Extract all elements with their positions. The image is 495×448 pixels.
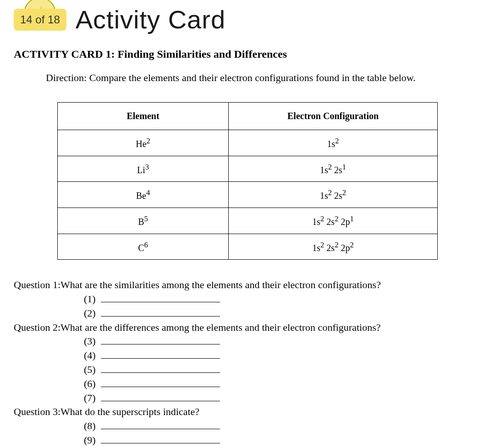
q3-label: Question 3: [14, 405, 60, 419]
direction-text: Direction: Compare the elements and thei… [46, 72, 481, 84]
elements-table: Element Electron Configuration He21s2Li3… [57, 102, 438, 260]
cell-element: C6 [58, 234, 229, 260]
blank-number: (6) [84, 377, 100, 391]
blank-line[interactable] [101, 393, 220, 401]
answer-blank: (4) [84, 349, 481, 363]
table-row: Be41s2 2s2 [58, 182, 438, 208]
table-row: He21s2 [58, 130, 438, 156]
header-row: 🤸 14 of 18 Activity Card [14, 5, 481, 34]
questions-section: Question 1: What are the similarities am… [14, 278, 481, 448]
q1-text: What are the similarities among the elem… [60, 278, 381, 292]
table-header-row: Element Electron Configuration [58, 103, 438, 130]
cell-element: Li3 [58, 156, 229, 182]
q2-text: What are the differences among the eleme… [60, 321, 380, 335]
answer-blank: (9) [84, 433, 481, 448]
answer-blank: (2) [84, 306, 481, 321]
table-row: B51s2 2s2 2p1 [58, 208, 438, 234]
answer-blank: (1) [84, 292, 481, 306]
header-config: Electron Configuration [229, 103, 438, 130]
blank-line[interactable] [101, 421, 220, 429]
q2-label: Question 2: [14, 321, 60, 335]
answer-blank: (3) [84, 334, 481, 349]
blank-number: (2) [84, 306, 100, 321]
answer-blank: (8) [84, 419, 481, 433]
blank-line[interactable] [101, 294, 220, 302]
question-3: Question 3: What do the superscripts ind… [14, 405, 481, 419]
badge-wrap: 🤸 14 of 18 [14, 9, 66, 31]
blank-number: (1) [84, 292, 100, 306]
cell-element: Be4 [58, 182, 229, 208]
q1-label: Question 1: [14, 278, 60, 292]
cell-config: 1s2 2s2 [229, 182, 438, 208]
activity-card-heading: ACTIVITY CARD 1: Finding Similarities an… [14, 48, 481, 60]
answer-blank: (7) [84, 391, 481, 405]
answer-blank: (5) [84, 363, 481, 377]
blank-number: (7) [84, 391, 100, 405]
cell-config: 1s2 [229, 130, 438, 156]
blank-number: (8) [84, 419, 100, 433]
blank-line[interactable] [101, 379, 220, 387]
table-row: Li31s2 2s1 [58, 156, 438, 182]
blank-number: (9) [84, 433, 100, 448]
page-title: Activity Card [76, 5, 226, 34]
cell-element: B5 [58, 208, 229, 234]
blank-number: (3) [84, 334, 100, 349]
page-counter: 14 of 18 [14, 9, 66, 31]
cell-config: 1s2 2s2 2p2 [229, 234, 438, 260]
answer-blank: (6) [84, 377, 481, 391]
header-element: Element [58, 103, 229, 130]
blank-line[interactable] [101, 435, 220, 443]
blank-number: (5) [84, 363, 100, 377]
blank-line[interactable] [101, 365, 220, 373]
blank-line[interactable] [101, 350, 220, 359]
q3-text: What do the superscripts indicate? [60, 405, 199, 419]
cell-config: 1s2 2s2 2p1 [229, 208, 438, 234]
blank-number: (4) [84, 349, 100, 363]
blank-line[interactable] [101, 336, 220, 344]
cell-element: He2 [58, 130, 229, 156]
blank-line[interactable] [101, 308, 220, 317]
cell-config: 1s2 2s1 [229, 156, 438, 182]
table-row: C61s2 2s2 2p2 [58, 234, 438, 260]
question-1: Question 1: What are the similarities am… [14, 278, 481, 292]
question-2: Question 2: What are the differences amo… [14, 321, 481, 335]
